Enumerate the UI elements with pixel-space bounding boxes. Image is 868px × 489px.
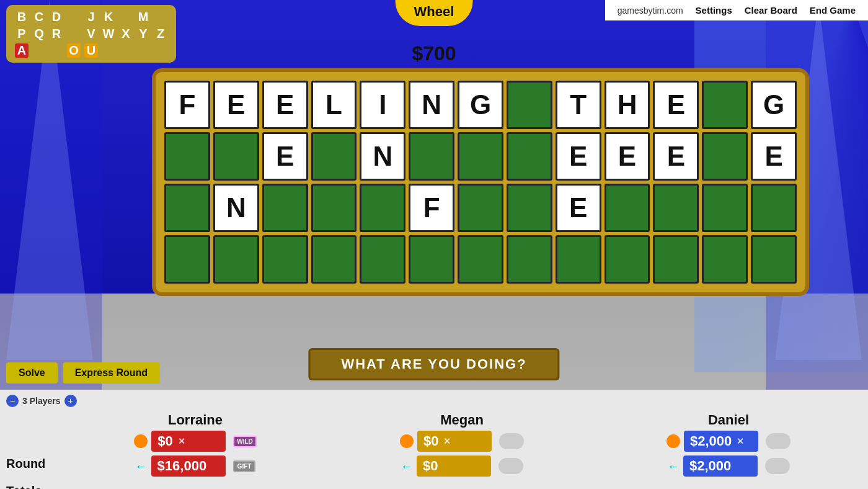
megan-name: Megan xyxy=(440,412,484,428)
daniel-total-badge xyxy=(765,458,790,474)
lb-W: W xyxy=(102,27,115,41)
cell-r2-1 xyxy=(164,132,210,181)
daniel-dot-round xyxy=(666,434,680,448)
cell-r1-10: H xyxy=(604,81,650,129)
site-link[interactable]: gamesbytim.com xyxy=(618,6,683,16)
cell-r4-13 xyxy=(751,235,797,284)
lorraine-gift-badge: GIFT xyxy=(233,460,256,472)
cell-r4-3 xyxy=(262,235,308,284)
cell-r1-13: G xyxy=(751,81,797,129)
player-lorraine: Lorraine $0 ✕ WILD ← $16,000 GIFT xyxy=(62,412,329,477)
player-megan: Megan $0 ✕ ← $0 xyxy=(329,412,595,477)
daniel-total-score: $2,000 xyxy=(683,455,758,477)
cell-r1-9: T xyxy=(556,81,601,129)
solve-button[interactable]: Solve xyxy=(6,362,58,384)
cell-r2-12 xyxy=(702,132,748,181)
lb-X: X xyxy=(119,27,133,41)
lb-O: O xyxy=(67,43,81,58)
lb-B: B xyxy=(15,10,29,24)
lb-J: J xyxy=(84,10,98,24)
cell-r2-7 xyxy=(458,132,503,181)
puzzle-row-3: N F E xyxy=(164,184,797,232)
lorraine-round-score: $0 ✕ xyxy=(151,431,226,452)
lb-Y: Y xyxy=(136,27,150,41)
cell-r3-6: F xyxy=(409,184,454,232)
lb-Q: Q xyxy=(32,27,46,41)
cell-r4-11 xyxy=(653,235,699,284)
lorraine-round-clear[interactable]: ✕ xyxy=(178,436,185,446)
cell-r2-13: E xyxy=(751,132,797,181)
cell-r1-11: E xyxy=(653,81,699,129)
daniel-round-badge xyxy=(766,433,790,449)
cell-r3-4 xyxy=(311,184,357,232)
megan-round-clear[interactable]: ✕ xyxy=(443,436,451,446)
cell-r3-13 xyxy=(751,184,797,232)
cell-r2-9: E xyxy=(556,132,601,181)
cell-r3-5 xyxy=(360,184,405,232)
row-labels: Round Totals xyxy=(6,412,62,489)
players-section: − 3 Players + Round Totals Lorraine $0 ✕… xyxy=(0,390,868,489)
clear-board-btn[interactable]: Clear Board xyxy=(745,5,797,16)
cell-r4-1 xyxy=(164,235,210,284)
cell-r2-2 xyxy=(213,132,259,181)
lb-U: U xyxy=(84,43,98,58)
cell-r1-7: G xyxy=(458,81,503,129)
add-player-btn[interactable]: + xyxy=(64,395,77,407)
cell-r1-8 xyxy=(507,81,552,129)
wheel-logo: Wheel xyxy=(396,0,473,26)
category-banner: WHAT ARE YOU DOING? xyxy=(308,348,559,380)
lb-C: C xyxy=(32,10,46,24)
cell-r4-7 xyxy=(458,235,503,284)
cell-r1-1: F xyxy=(164,81,210,129)
puzzle-area: F E E L I N G T H E G E N E E E xyxy=(99,68,862,296)
cell-r3-8 xyxy=(507,184,552,232)
cell-r4-8 xyxy=(507,235,552,284)
megan-total-score: $0 xyxy=(417,455,491,477)
action-buttons: Solve Express Round xyxy=(6,362,160,384)
cell-r4-6 xyxy=(409,235,454,284)
cell-r3-3 xyxy=(262,184,308,232)
megan-total-badge xyxy=(498,458,523,474)
megan-round-badge xyxy=(499,433,524,449)
cell-r3-2: N xyxy=(213,184,259,232)
cell-r1-2: E xyxy=(213,81,259,129)
cell-r2-6 xyxy=(409,132,454,181)
cell-r4-9 xyxy=(556,235,601,284)
round-label: Round xyxy=(6,452,62,475)
remove-player-btn[interactable]: − xyxy=(6,395,19,407)
cell-r3-1 xyxy=(164,184,210,232)
player-count-label: 3 Players xyxy=(22,396,61,406)
lb-D: D xyxy=(50,10,63,24)
player-daniel: Daniel $2,000 ✕ ← $2,000 xyxy=(595,412,862,477)
totals-label: Totals xyxy=(6,479,62,489)
cell-r4-4 xyxy=(311,235,357,284)
letter-board: B C D J K M P Q R V W X Y Z A O U xyxy=(6,5,176,63)
lb-V: V xyxy=(84,27,98,41)
cell-r3-9: E xyxy=(556,184,601,232)
megan-total-arrow: ← xyxy=(401,459,413,473)
lorraine-name: Lorraine xyxy=(168,412,223,428)
express-round-button[interactable]: Express Round xyxy=(63,362,160,384)
lb-K: K xyxy=(102,10,115,24)
megan-dot-round xyxy=(400,434,414,448)
cell-r4-12 xyxy=(702,235,748,284)
daniel-name: Daniel xyxy=(708,412,749,428)
daniel-round-score: $2,000 ✕ xyxy=(684,431,758,452)
lb-A: A xyxy=(15,43,29,58)
lb-R: R xyxy=(50,27,63,41)
cell-r1-12 xyxy=(702,81,748,129)
cell-r2-4 xyxy=(311,132,357,181)
cell-r1-5: I xyxy=(360,81,405,129)
megan-round-score: $0 ✕ xyxy=(417,431,492,452)
cell-r2-5: N xyxy=(360,132,405,181)
settings-btn[interactable]: Settings xyxy=(696,5,732,16)
end-game-btn[interactable]: End Game xyxy=(810,5,856,16)
lb-Z: Z xyxy=(154,27,167,41)
cell-r1-6: N xyxy=(409,81,454,129)
top-nav: gamesbytim.com Settings Clear Board End … xyxy=(605,0,868,20)
lorraine-total-score: $16,000 xyxy=(151,455,226,477)
lb-P: P xyxy=(15,27,29,41)
daniel-round-clear[interactable]: ✕ xyxy=(737,436,744,446)
puzzle-row-4 xyxy=(164,235,797,284)
cell-r3-12 xyxy=(702,184,748,232)
